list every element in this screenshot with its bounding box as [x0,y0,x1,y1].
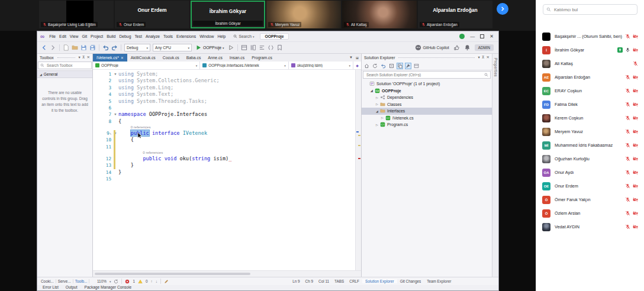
sync-icon[interactable] [372,63,378,69]
vertical-scrollbar[interactable] [355,70,361,270]
solution-search[interactable] [363,71,491,79]
panel-tab-git-changes[interactable]: Git Changes [397,279,424,283]
platform-dropdown[interactable]: Any CPU▾ [153,44,192,51]
close-button[interactable]: ✕ [490,34,494,39]
participant-row[interactable]: Ali Kattaş [536,57,644,70]
participant-row[interactable]: FDFatma Dilek [536,98,644,111]
expanded-icon[interactable]: ◢ [375,109,379,113]
editor-tab[interactable]: Baba.cs [183,54,205,62]
video-tile[interactable]: Ali Kattaş [342,1,417,28]
toolbox-search-input[interactable] [46,63,89,68]
open-folder-icon[interactable] [72,44,78,51]
video-tile[interactable]: İbrahim Gökyarİbrahim Gökyar [191,1,265,28]
minimize-button[interactable]: — [470,34,475,39]
next-issue-icon[interactable]: ↓ [156,279,157,283]
collapse-all-icon[interactable] [388,63,395,69]
run-button[interactable]: OOPProje▾ [194,44,226,51]
properties-side-tab[interactable]: Properties [492,54,498,277]
panel-tab[interactable]: Serve... [56,279,73,283]
breadcrumb-dropdown[interactable]: oku(string isim)▾ [289,62,353,69]
menu-project[interactable]: Project [89,34,105,39]
collapsed-icon[interactable]: ▷ [375,96,379,99]
save-icon[interactable] [80,44,87,51]
forward-icon[interactable] [50,44,56,51]
panel-tab-solution-explorer[interactable]: Solution Explorer [362,279,397,283]
close-icon[interactable]: ✕ [487,56,490,60]
editor-tab[interactable]: Anne.cs [204,54,226,62]
menu-edit[interactable]: Edit [57,34,68,39]
participant-row[interactable]: ÖÖmer Faruk Yalçın [536,193,644,206]
bottom-tab-package-manager-console[interactable]: Package Manager Console [82,285,135,290]
video-tile[interactable]: Meryem Yavuz [266,1,341,28]
split-window-icon[interactable]: ⊞ [356,56,359,60]
menu-view[interactable]: View [68,34,80,39]
menu-extensions[interactable]: Extensions [175,34,198,39]
window-layout-icon[interactable] [241,44,247,51]
video-tile[interactable]: Onur ErdemOnur Erdem [115,1,189,28]
maximize-button[interactable] [480,34,484,38]
panel-tab[interactable]: Toolb... [73,279,90,283]
feedback-icon[interactable] [453,44,460,51]
video-tile[interactable]: Başakşehir Living Lab Eğitim [39,1,114,28]
participant-row[interactable]: OAOnur Aydı [536,166,644,179]
participant-row[interactable]: Başakşehir ... (Oturum Sahibi, ben) [536,30,644,43]
participant-row[interactable]: ÖÖzlem Arslan [536,206,644,220]
tree-item-dependencies[interactable]: ▷Dependencies [362,94,492,101]
breadcrumb-dropdown[interactable]: OOPProje▾ [93,62,200,69]
solution-search-input[interactable] [365,72,483,77]
vs-search-box[interactable]: Search ▾ [233,34,254,38]
warning-icon[interactable] [138,279,143,284]
play-outline-icon[interactable] [228,44,234,51]
tree-item-oopproje[interactable]: ◢C#OOPProje [362,88,492,95]
editor-tab[interactable]: AkilliCocuk.cs [127,54,159,62]
columns-icon[interactable] [250,44,256,51]
code-block-icon[interactable] [268,44,274,51]
participant-row[interactable]: MİMuhammed İdris Fakabasmaz [536,138,644,152]
undo-icon[interactable] [380,63,387,69]
participant-row[interactable]: ECERAY Coşkun [536,84,644,98]
tree-item-ivetenek-cs[interactable]: ▷C#IVetenek.cs [362,115,492,122]
properties-icon[interactable] [405,63,411,69]
chevron-down-icon[interactable]: ▼ [349,56,353,60]
menu-git[interactable]: Git [80,34,89,39]
participant-row[interactable]: AEAlparslan Erdoğan [536,70,644,84]
prev-issue-icon[interactable]: ↑ [151,279,153,283]
account-badge[interactable]: ADMIN [475,44,494,51]
new-file-icon[interactable] [63,44,69,51]
sync-icon[interactable] [114,279,118,284]
line-ending[interactable]: CRLF [349,279,359,283]
undo-icon[interactable] [102,44,109,51]
participant-row[interactable]: Meryem Yavuz [536,125,644,138]
bookmark-icon[interactable] [276,44,283,51]
participant-row[interactable]: Kerem Coşkun [536,111,644,125]
zoom-level[interactable]: 110% [97,279,107,283]
code-editor[interactable]: 1▼using System;2using System.Collections… [93,70,355,270]
tree-item-interfaces[interactable]: ◢Interfaces [362,108,492,115]
account-avatar[interactable] [459,34,465,39]
error-icon[interactable] [125,279,130,284]
preview-icon[interactable] [413,63,420,69]
menu-tools[interactable]: Tools [162,34,175,39]
list-icon[interactable] [259,44,265,51]
scrollbar-thumb[interactable] [95,273,250,275]
participant-row[interactable]: Oğuzhan Kurtoğlu [536,152,644,166]
horizontal-scrollbar[interactable] [93,270,361,277]
chevron-down-icon[interactable]: ▾ [79,56,80,60]
video-tile[interactable]: Alparslan ErdoğanAlparslan Erdoğan [418,1,492,28]
panel-tab-team-explorer[interactable]: Team Explorer [424,279,454,283]
editor-tab[interactable]: Program.cs [248,54,276,62]
toolbox-section-general[interactable]: ◢ General [37,70,92,78]
editor-tab[interactable]: Insan.cs [226,54,248,62]
bottom-tab-output[interactable]: Output [63,285,80,290]
collapsed-icon[interactable]: ▷ [380,116,385,119]
menu-build[interactable]: Build [105,34,117,39]
participant-row[interactable]: Vedat AYDIN [536,220,644,234]
pin-icon[interactable]: ⊼ [482,56,485,60]
tree-item-classes[interactable]: ▷Classes [362,101,492,108]
panel-tab[interactable]: Cooki... [39,279,56,283]
save-all-icon[interactable] [89,44,96,51]
participant-row[interactable]: İİbrahim Gökyar [536,43,644,57]
next-page-button[interactable] [497,3,508,15]
indent-mode[interactable]: TABS [334,279,344,283]
menu-test[interactable]: Test [133,34,143,39]
